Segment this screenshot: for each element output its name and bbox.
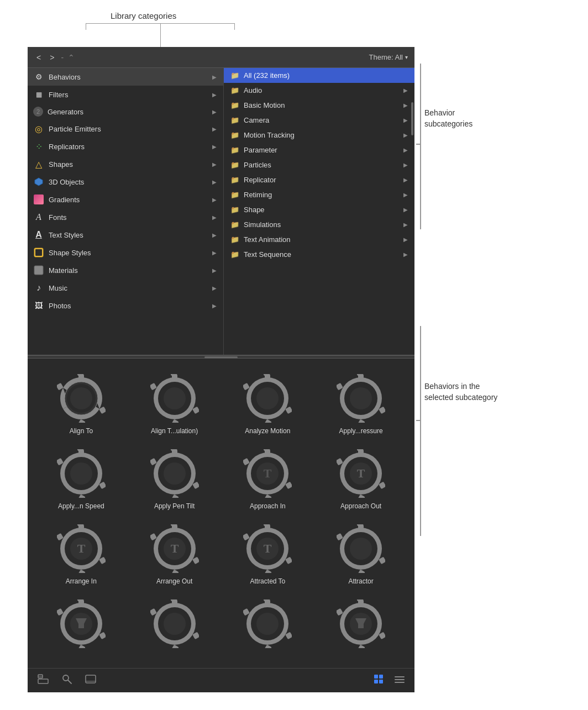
- subcat-basic-motion-chevron-icon: ▶: [403, 102, 408, 108]
- sidebar-label-fonts: Fonts: [49, 213, 212, 222]
- photos-icon: 🖼: [33, 300, 44, 311]
- subcat-item-basic-motion[interactable]: 📁 Basic Motion ▶: [224, 98, 414, 113]
- grid-item-analyze-motion[interactable]: Analyze Motion: [223, 370, 313, 439]
- grid-item-14[interactable]: [129, 595, 220, 657]
- subcat-label-camera: Camera: [244, 116, 269, 124]
- svg-text:T: T: [264, 541, 272, 555]
- folder-text-sequence-icon: 📁: [230, 250, 239, 259]
- sidebar-item-materials[interactable]: Materials ▶: [28, 261, 223, 279]
- grid-item-attracted-to[interactable]: T Attracted To: [223, 520, 313, 590]
- shapes-chevron-icon: ▶: [212, 161, 217, 167]
- subcat-item-replicator[interactable]: 📁 Replicator ▶: [224, 172, 414, 187]
- folder-simulations-icon: 📁: [230, 220, 239, 229]
- annotation-bracket-subcategories: [420, 64, 421, 229]
- subcat-label-retiming: Retiming: [244, 191, 272, 199]
- folder-parameter-icon: 📁: [230, 146, 239, 154]
- shape-styles-icon: [33, 247, 44, 258]
- grid-item-approach-out[interactable]: T Approach Out: [316, 445, 406, 514]
- list-view-button[interactable]: [393, 673, 406, 688]
- grid-item-13[interactable]: [36, 595, 127, 657]
- align-to-gear-icon: [57, 374, 106, 423]
- item-13-gear-icon: [57, 599, 106, 648]
- theme-selector[interactable]: Theme: All ▾: [369, 53, 408, 61]
- grid-item-15[interactable]: [223, 595, 313, 657]
- sidebar-label-behaviors: Behaviors: [49, 73, 212, 81]
- materials-chevron-icon: ▶: [212, 267, 217, 274]
- subcat-label-parameter: Parameter: [244, 146, 277, 154]
- attractor-gear-icon: [337, 524, 385, 573]
- grid-label-align-t-ulation: Align T...ulation): [151, 427, 198, 435]
- sidebar-item-filters[interactable]: ▦ Filters ▶: [28, 86, 223, 103]
- subcat-item-simulations[interactable]: 📁 Simulations ▶: [224, 217, 414, 232]
- nav-arrows: ⌃: [68, 53, 75, 62]
- grid-item-arrange-out[interactable]: T Arrange Out: [129, 520, 220, 590]
- forward-button[interactable]: >: [48, 52, 56, 63]
- grid-item-align-t-ulation[interactable]: Align T...ulation): [129, 370, 220, 439]
- folder-camera-icon: 📁: [230, 116, 239, 124]
- svg-point-150: [164, 613, 186, 635]
- grid-item-16[interactable]: [316, 595, 406, 657]
- subcat-item-parameter[interactable]: 📁 Parameter ▶: [224, 143, 414, 157]
- svg-rect-145: [171, 645, 179, 648]
- grid-item-apply-n-speed[interactable]: Apply...n Speed: [36, 445, 127, 514]
- subcat-item-audio[interactable]: 📁 Audio ▶: [224, 83, 414, 98]
- attracted-to-gear-icon: T: [243, 524, 292, 573]
- sidebar-item-behaviors[interactable]: ⚙ Behaviors ▶: [28, 68, 223, 86]
- search-button[interactable]: [61, 673, 73, 688]
- divider-handle[interactable]: [204, 356, 238, 358]
- svg-point-34: [256, 387, 279, 409]
- subcat-shape-chevron-icon: ▶: [403, 207, 408, 213]
- svg-rect-180: [379, 675, 383, 679]
- subcat-audio-chevron-icon: ▶: [403, 87, 408, 93]
- grid-item-apply-pen-tilt[interactable]: Apply Pen Tilt: [129, 445, 220, 514]
- sidebar-item-shapes[interactable]: △ Shapes ▶: [28, 155, 223, 173]
- back-button[interactable]: <: [34, 52, 43, 63]
- sidebar-item-shape-styles[interactable]: Shape Styles ▶: [28, 244, 223, 261]
- grid-item-attractor[interactable]: Attractor: [316, 520, 406, 590]
- text-styles-chevron-icon: ▶: [212, 232, 217, 238]
- sidebar-item-text-styles[interactable]: A Text Styles ▶: [28, 226, 223, 244]
- svg-rect-4: [34, 266, 43, 275]
- import-button[interactable]: [36, 673, 50, 688]
- folder-text-animation-icon: 📁: [230, 235, 239, 244]
- subcat-label-basic-motion: Basic Motion: [244, 101, 285, 109]
- behaviors-grid: Align To: [28, 359, 414, 668]
- svg-line-176: [68, 680, 71, 683]
- generators-icon: 2: [33, 107, 43, 117]
- grid-item-arrange-in[interactable]: T Arrange In: [36, 520, 127, 590]
- sidebar-label-music: Music: [49, 284, 212, 292]
- sidebar-item-3d-objects[interactable]: 3D Objects ▶: [28, 173, 223, 191]
- subcat-item-text-sequence[interactable]: 📁 Text Sequence ▶: [224, 247, 414, 262]
- subcat-label-replicator: Replicator: [244, 176, 276, 184]
- toolbar-left-group: [36, 673, 97, 688]
- subcat-item-shape[interactable]: 📁 Shape ▶: [224, 202, 414, 217]
- grid-view-button[interactable]: [372, 673, 385, 688]
- grid-label-align-to: Align To: [70, 427, 93, 435]
- sidebar-item-photos[interactable]: 🖼 Photos ▶: [28, 297, 223, 314]
- grid-item-approach-in[interactable]: T Approach In: [223, 445, 313, 514]
- preview-button[interactable]: [84, 673, 97, 688]
- sidebar-label-generators: Generators: [48, 108, 212, 116]
- sidebar-item-fonts[interactable]: A Fonts ▶: [28, 208, 223, 226]
- svg-text:T: T: [264, 466, 272, 480]
- subcat-item-particles[interactable]: 📁 Particles ▶: [224, 157, 414, 172]
- sidebar-item-gradients[interactable]: Gradients ▶: [28, 191, 223, 208]
- subcat-item-retiming[interactable]: 📁 Retiming ▶: [224, 187, 414, 202]
- grid-item-apply-ressure[interactable]: Apply...ressure: [316, 370, 406, 439]
- replicators-chevron-icon: ▶: [212, 144, 217, 150]
- subcat-item-text-animation[interactable]: 📁 Text Animation ▶: [224, 232, 414, 247]
- shapes-icon: △: [33, 159, 44, 170]
- subcat-retiming-chevron-icon: ▶: [403, 192, 408, 198]
- folder-replicator-icon: 📁: [230, 176, 239, 184]
- sidebar-item-particle-emitters[interactable]: ◎ Particle Emitters ▶: [28, 120, 223, 138]
- svg-rect-102: [171, 570, 179, 573]
- sidebar-item-music[interactable]: ♪ Music ▶: [28, 279, 223, 297]
- sidebar-item-generators[interactable]: 2 Generators ▶: [28, 103, 223, 120]
- sidebar-item-replicators[interactable]: ⁘ Replicators ▶: [28, 138, 223, 155]
- scrollbar-thumb[interactable]: [411, 102, 413, 135]
- svg-rect-124: [358, 570, 365, 573]
- subcat-item-camera[interactable]: 📁 Camera ▶: [224, 113, 414, 128]
- subcat-item-all[interactable]: 📁 All (232 items): [224, 68, 414, 83]
- subcat-item-motion-tracking[interactable]: 📁 Motion Tracking ▶: [224, 128, 414, 143]
- grid-item-align-to[interactable]: Align To: [36, 370, 127, 439]
